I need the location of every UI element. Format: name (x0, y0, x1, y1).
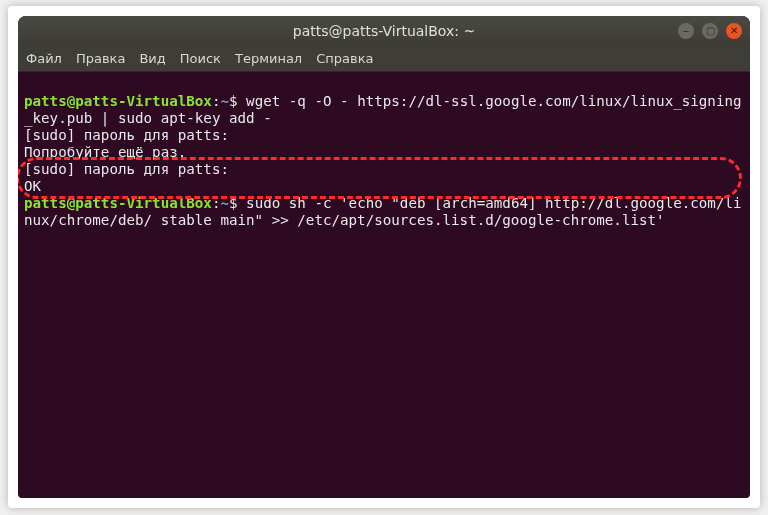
terminal-window: patts@patts-VirtualBox: ~ – ▢ ✕ Файл Пра… (18, 16, 750, 498)
prompt-dollar: $ (229, 195, 246, 211)
outer-frame: patts@patts-VirtualBox: ~ – ▢ ✕ Файл Пра… (8, 6, 760, 508)
menu-bar: Файл Правка Вид Поиск Терминал Справка (18, 46, 750, 72)
terminal-line: Попробуйте ещё раз. (24, 144, 186, 160)
title-bar: patts@patts-VirtualBox: ~ – ▢ ✕ (18, 16, 750, 46)
menu-terminal[interactable]: Терминал (235, 51, 302, 66)
minimize-button[interactable]: – (678, 23, 694, 39)
close-button[interactable]: ✕ (726, 23, 742, 39)
prompt-path: ~ (220, 195, 229, 211)
window-title: patts@patts-VirtualBox: ~ (293, 23, 475, 39)
menu-file[interactable]: Файл (26, 51, 62, 66)
terminal-line: patts@patts-VirtualBox:~$ sudo sh -c 'ec… (24, 195, 742, 228)
menu-edit[interactable]: Правка (76, 51, 125, 66)
prompt-path: ~ (220, 93, 229, 109)
terminal-line: patts@patts-VirtualBox:~$ wget -q -O - h… (24, 93, 742, 126)
terminal-line: OK (24, 178, 41, 194)
prompt-dollar: $ (229, 93, 246, 109)
terminal-line: [sudo] пароль для patts: (24, 127, 229, 143)
maximize-button[interactable]: ▢ (702, 23, 718, 39)
prompt-user: patts@patts-VirtualBox (24, 93, 212, 109)
terminal-body[interactable]: patts@patts-VirtualBox:~$ wget -q -O - h… (18, 72, 750, 498)
window-controls: – ▢ ✕ (678, 23, 742, 39)
menu-view[interactable]: Вид (139, 51, 165, 66)
terminal-line: [sudo] пароль для patts: (24, 161, 229, 177)
prompt-user: patts@patts-VirtualBox (24, 195, 212, 211)
menu-help[interactable]: Справка (316, 51, 373, 66)
menu-search[interactable]: Поиск (180, 51, 221, 66)
